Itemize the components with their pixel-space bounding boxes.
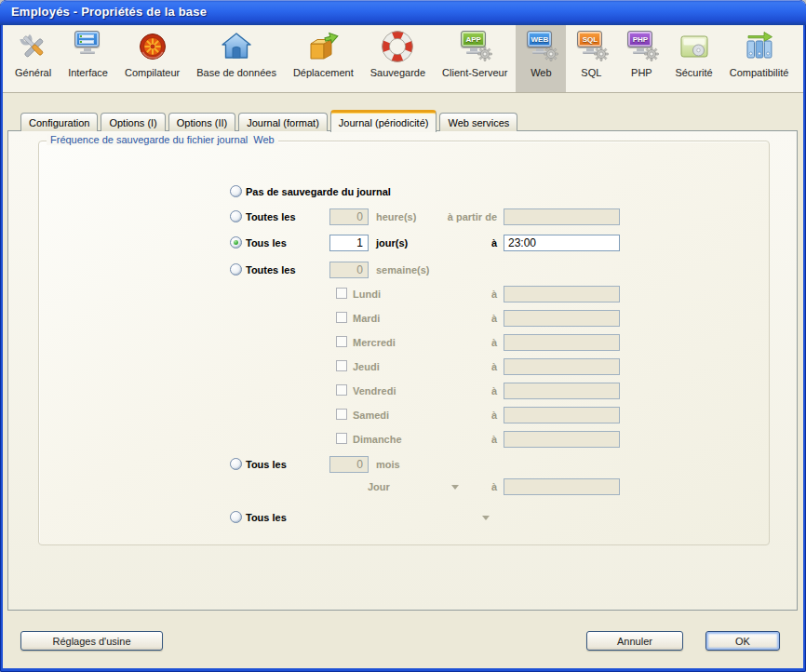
- binders-arrow-icon: [743, 30, 776, 63]
- tuesday-label: Mardi: [353, 309, 380, 328]
- weekday-row-thursday: Jeudi à: [39, 357, 769, 376]
- factory-settings-button[interactable]: Réglages d'usine: [20, 631, 163, 651]
- custom-period-dropdown[interactable]: [471, 508, 490, 527]
- toolbar-item-sql[interactable]: SQL SQL: [566, 25, 616, 92]
- tab-label: Configuration: [29, 117, 89, 128]
- checkbox-sunday[interactable]: [336, 433, 347, 444]
- tab-options-1[interactable]: Options (I): [101, 113, 165, 131]
- preferences-toolbar: Général Interface: [3, 25, 803, 93]
- backup-frequency-groupbox: Fréquence de sauvegarde du fichier journ…: [38, 141, 770, 545]
- cancel-button[interactable]: Annuler: [586, 631, 683, 651]
- daily-time-input[interactable]: [504, 235, 620, 251]
- web-monitor-gear-icon: WEB: [524, 30, 557, 63]
- chevron-down-icon: [482, 516, 490, 520]
- dialog-window: Employés - Propriétés de la base Général: [0, 0, 806, 672]
- toolbar-item-label: Web: [531, 67, 551, 78]
- sunday-label: Dimanche: [353, 430, 402, 449]
- tools-icon: [17, 30, 50, 63]
- toolbar-item-interface[interactable]: Interface: [60, 25, 116, 92]
- lifebuoy-icon: [381, 30, 414, 63]
- hours-start-time-input[interactable]: [504, 208, 620, 225]
- toolbar-item-securite[interactable]: Sécurité: [666, 25, 720, 92]
- checkbox-tuesday[interactable]: [336, 312, 347, 323]
- days-count-input[interactable]: [329, 235, 369, 251]
- radio-custom-period-label: Tous les: [246, 508, 287, 527]
- hours-count-input[interactable]: [329, 208, 369, 225]
- checkbox-friday[interactable]: [336, 384, 347, 396]
- months-count-input[interactable]: [329, 456, 369, 473]
- weeks-count-input[interactable]: [329, 262, 369, 278]
- tab-label: Options (I): [109, 117, 156, 128]
- monthly-time-input[interactable]: [504, 478, 620, 495]
- tab-journal-format[interactable]: Journal (format): [238, 113, 328, 131]
- dialog-client-area: Général Interface: [3, 25, 803, 668]
- option-row-no-backup: Pas de sauvegarde du journal: [39, 182, 769, 201]
- weekday-row-saturday: Samedi à: [39, 406, 769, 424]
- toolbar-item-compatibilite[interactable]: Compatibilité: [721, 25, 798, 92]
- toolbar-item-sauvegarde[interactable]: Sauvegarde: [362, 25, 434, 92]
- home-icon: [220, 30, 253, 63]
- app-server-monitor-gear-icon: APP: [458, 30, 491, 63]
- toolbar-item-client-serveur[interactable]: APP Client-Serveur: [434, 25, 516, 92]
- radio-hourly[interactable]: [230, 210, 242, 222]
- weeks-unit-label: semaine(s): [376, 261, 429, 279]
- monday-label: Lundi: [353, 285, 381, 303]
- toolbar-item-label: Compilateur: [125, 67, 180, 78]
- toolbar-item-web[interactable]: WEB Web: [516, 25, 566, 92]
- toolbar-item-general[interactable]: Général: [7, 25, 60, 92]
- checkbox-monday[interactable]: [336, 288, 347, 299]
- saturday-time-input[interactable]: [504, 407, 620, 423]
- checkbox-wednesday[interactable]: [336, 336, 347, 347]
- tab-journal-periodicite[interactable]: Journal (périodicité): [330, 110, 437, 132]
- ok-button[interactable]: OK: [705, 631, 780, 651]
- weekday-row-tuesday: Mardi à: [39, 309, 769, 328]
- radio-custom-period[interactable]: [230, 511, 242, 523]
- friday-label: Vendredi: [353, 382, 396, 400]
- wednesday-time-input[interactable]: [504, 334, 620, 351]
- tab-label: Web services: [448, 117, 509, 128]
- groupbox-title: Fréquence de sauvegarde du fichier journ…: [47, 134, 278, 145]
- weekday-row-wednesday: Mercredi à: [39, 333, 769, 352]
- radio-no-backup-label: Pas de sauvegarde du journal: [246, 182, 391, 201]
- sunday-time-input[interactable]: [504, 431, 620, 448]
- thursday-at-label: à: [404, 357, 497, 376]
- tab-label: Journal (format): [247, 117, 319, 128]
- toolbar-item-base-de-donnees[interactable]: Base de données: [188, 25, 285, 92]
- toolbar-item-label: Général: [15, 67, 51, 78]
- wednesday-label: Mercredi: [353, 333, 396, 352]
- toolbar-item-php[interactable]: PHP PHP: [616, 25, 666, 92]
- tuesday-time-input[interactable]: [504, 310, 620, 327]
- card-disc-icon: [678, 30, 711, 63]
- friday-time-input[interactable]: [504, 383, 620, 399]
- tab-strip: Configuration Options (I) Options (II) J…: [20, 109, 517, 131]
- sql-badge: SQL: [577, 31, 602, 47]
- tab-options-2[interactable]: Options (II): [168, 113, 235, 131]
- radio-monthly[interactable]: [230, 458, 242, 470]
- month-day-dropdown-value: Jour: [368, 481, 390, 492]
- tab-web-services[interactable]: Web services: [439, 113, 517, 131]
- toolbar-item-deplacement[interactable]: Déplacement: [285, 25, 362, 92]
- php-monitor-gear-icon: PHP: [625, 30, 658, 63]
- monthly-at-label: à: [404, 477, 497, 496]
- radio-hourly-label: Toutes les: [246, 208, 296, 226]
- monday-time-input[interactable]: [504, 286, 620, 302]
- checkbox-saturday[interactable]: [336, 409, 347, 420]
- tab-label: Journal (périodicité): [339, 117, 429, 128]
- tab-panel: Fréquence de sauvegarde du fichier journ…: [7, 130, 798, 611]
- monitor-list-icon: [72, 30, 105, 63]
- thursday-time-input[interactable]: [504, 358, 620, 375]
- tab-configuration[interactable]: Configuration: [20, 113, 98, 131]
- monday-at-label: à: [404, 285, 497, 303]
- radio-no-backup[interactable]: [230, 185, 242, 197]
- checkbox-thursday[interactable]: [336, 360, 347, 371]
- radio-weekly[interactable]: [230, 263, 242, 276]
- title-bar[interactable]: Employés - Propriétés de la base: [0, 0, 806, 25]
- toolbar-item-label: SQL: [581, 67, 601, 78]
- from-label: à partir de: [404, 208, 497, 226]
- radio-daily[interactable]: [230, 236, 242, 249]
- radio-weekly-label: Toutes les: [246, 261, 296, 279]
- toolbar-item-compilateur[interactable]: Compilateur: [116, 25, 188, 92]
- weekday-row-sunday: Dimanche à: [39, 430, 769, 449]
- saturday-label: Samedi: [353, 406, 389, 424]
- radio-daily-label: Tous les: [246, 234, 287, 252]
